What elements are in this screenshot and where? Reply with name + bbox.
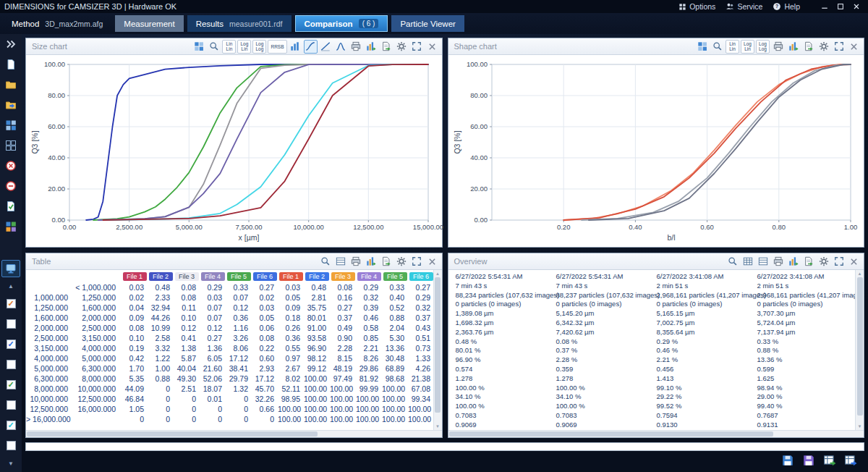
chart-settings-icon[interactable] [817, 40, 830, 54]
export-table-icon[interactable] [843, 453, 859, 468]
report-check-icon[interactable] [1, 198, 20, 215]
size-chart-canvas[interactable]: 0.0020.0040.0060.0080.00100.000.002,500.… [28, 57, 440, 245]
layout-windows-icon[interactable] [1, 137, 20, 154]
table-horizontal-scrollbar[interactable] [26, 430, 442, 437]
log-lin-button[interactable]: LogLin [237, 40, 251, 54]
camera-view-icon[interactable] [1, 260, 20, 277]
file-chip[interactable]: File 4 [357, 272, 381, 281]
print-icon[interactable] [349, 255, 363, 269]
visibility-checkbox-2[interactable] [1, 315, 20, 332]
print-icon[interactable] [771, 255, 785, 269]
table-rows-icon[interactable] [756, 255, 770, 269]
file-chip[interactable]: File 6 [409, 272, 433, 281]
visibility-checkbox-4[interactable] [1, 355, 20, 373]
close-icon[interactable] [847, 255, 861, 269]
print-icon[interactable] [771, 40, 785, 54]
file-chip[interactable]: File 2 [305, 272, 329, 281]
table-rows-icon[interactable] [334, 255, 348, 269]
file-chip[interactable]: File 5 [227, 272, 251, 281]
remove-all-icon[interactable] [1, 177, 20, 195]
lin-lin-button[interactable]: LinLin [726, 40, 739, 54]
shape-chart-canvas[interactable]: 0.0020.0040.0060.0080.00100.000.200.400.… [451, 57, 862, 245]
import-file-icon[interactable] [1, 96, 20, 114]
layout-tiles-icon[interactable] [695, 40, 709, 54]
lin-lin-button[interactable]: LinLin [222, 40, 236, 54]
overview-vertical-scrollbar[interactable]: ▲ ▼ [855, 270, 864, 430]
scrollbar-thumb[interactable] [27, 431, 318, 437]
overview-horizontal-scrollbar[interactable] [448, 430, 864, 437]
scroll-down-arrow-icon[interactable]: ▼ [435, 423, 440, 429]
visibility-checkbox-5[interactable]: ✓ [1, 376, 20, 393]
tab-comparison[interactable]: Comparison( 6 ) [295, 15, 388, 32]
cumulative-curve-icon[interactable] [304, 40, 318, 54]
histogram-icon[interactable] [289, 40, 302, 54]
file-chip[interactable]: File 4 [201, 272, 225, 281]
close-icon[interactable] [847, 40, 861, 54]
scroll-down-icon[interactable]: ▼ [1, 458, 20, 469]
layout-tiles-icon[interactable] [192, 40, 205, 54]
close-icon[interactable] [425, 40, 439, 54]
visibility-checkbox-3[interactable]: ✓ [1, 335, 20, 353]
visibility-checkbox-1[interactable]: ✓ [1, 295, 20, 312]
visibility-checkbox-8[interactable] [1, 437, 20, 454]
export-data-icon[interactable] [822, 453, 838, 468]
scroll-down-arrow-icon[interactable]: ▼ [858, 423, 862, 429]
overview-settings-icon[interactable] [817, 255, 830, 269]
log-log-button[interactable]: LogLog [252, 40, 266, 54]
export-chart-icon[interactable] [786, 40, 800, 54]
chart-settings-icon[interactable] [395, 40, 409, 54]
export-report-icon[interactable] [801, 40, 815, 54]
zoom-icon[interactable] [319, 255, 333, 269]
color-layout-icon[interactable] [1, 218, 20, 235]
density-curve-icon[interactable] [334, 40, 348, 54]
table-grid-icon[interactable] [741, 255, 754, 269]
save-file-icon[interactable] [780, 453, 796, 468]
file-chip[interactable]: File 3 [175, 272, 199, 281]
zoom-icon[interactable] [726, 255, 739, 269]
expand-sidebar-icon[interactable] [1, 35, 20, 53]
scrollbar-thumb[interactable] [435, 277, 441, 413]
close-button[interactable] [849, 1, 864, 12]
service-menu[interactable]: Service [726, 2, 762, 11]
scroll-up-icon[interactable]: ▲ [1, 280, 20, 292]
rrsb-button[interactable]: RRSB [268, 40, 286, 54]
fullscreen-icon[interactable] [410, 255, 424, 269]
zoom-icon[interactable] [207, 40, 221, 54]
scrollbar-thumb[interactable] [857, 277, 863, 416]
visibility-checkbox-7[interactable]: ✓ [1, 416, 20, 434]
tab-method[interactable]: Method3D_max2mm.afg [3, 15, 111, 32]
export-chart-icon[interactable] [365, 255, 378, 269]
table-vertical-scrollbar[interactable]: ▲ ▼ [433, 270, 442, 430]
export-report-icon[interactable] [380, 255, 393, 269]
file-chip[interactable]: File 1 [123, 272, 147, 281]
scroll-up-arrow-icon[interactable]: ▲ [858, 271, 862, 277]
visibility-checkbox-6[interactable] [1, 396, 20, 413]
save-all-icon[interactable] [801, 453, 817, 468]
table-settings-icon[interactable] [395, 255, 409, 269]
tab-measurement[interactable]: Measurement [115, 15, 183, 32]
scrollbar-thumb[interactable] [449, 431, 773, 437]
log-log-button[interactable]: LogLog [756, 40, 770, 54]
fullscreen-icon[interactable] [832, 40, 846, 54]
file-chip[interactable]: File 2 [149, 272, 173, 281]
options-menu[interactable]: Options [678, 2, 715, 11]
new-document-icon[interactable] [1, 56, 20, 73]
export-chart-icon[interactable] [365, 40, 378, 54]
file-chip[interactable]: File 3 [331, 272, 355, 281]
fullscreen-icon[interactable] [832, 255, 846, 269]
maximize-button[interactable] [833, 1, 848, 12]
slope-curve-icon[interactable] [319, 40, 333, 54]
layout-tiles-icon[interactable] [1, 117, 20, 134]
log-lin-button[interactable]: LogLin [741, 40, 754, 54]
zoom-icon[interactable] [710, 40, 724, 54]
export-report-icon[interactable] [801, 255, 815, 269]
tab-results[interactable]: Resultsmeasure001.rdf [187, 15, 292, 32]
export-report-icon[interactable] [380, 40, 393, 54]
file-chip[interactable]: File 5 [383, 272, 407, 281]
fullscreen-icon[interactable] [410, 40, 424, 54]
open-file-icon[interactable] [1, 76, 20, 93]
scroll-up-arrow-icon[interactable]: ▲ [435, 271, 440, 277]
print-icon[interactable] [349, 40, 363, 54]
close-icon[interactable] [425, 255, 439, 269]
minimize-button[interactable] [817, 1, 832, 12]
